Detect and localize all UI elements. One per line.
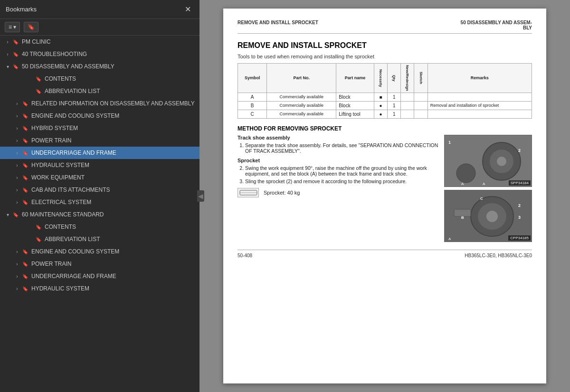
arrow-icon: › bbox=[4, 52, 11, 57]
tree-item-label: 40 TROUBLESHOOTING bbox=[22, 51, 196, 57]
bookmark-icon: 🔖 bbox=[11, 212, 20, 217]
resize-handle[interactable] bbox=[197, 0, 200, 392]
cell-partname: Block bbox=[336, 101, 374, 110]
tree-item-disassembly[interactable]: ▾🔖50 DISASSEMBLY AND ASSEMBLY bbox=[0, 60, 200, 73]
tree-item-electrical[interactable]: ›🔖ELECTRICAL SYSTEM bbox=[0, 196, 200, 208]
tree-item-label: 50 DISASSEMBLY AND ASSEMBLY bbox=[22, 63, 196, 70]
photo-2-label: CPP34185 bbox=[508, 235, 531, 241]
cell-qty: 1 bbox=[388, 110, 401, 118]
tools-table: Symbol Part No. Part name Necessity Qty … bbox=[238, 63, 532, 119]
cell-remarks bbox=[428, 110, 532, 118]
tree-item-contents-60[interactable]: 🔖CONTENTS bbox=[0, 221, 200, 233]
cell-remarks: Removal and installation of sprocket bbox=[428, 101, 532, 110]
tree-item-label: UNDERCARRIAGE AND FRAME bbox=[31, 149, 196, 156]
header-left: REMOVE AND INSTALL SPROCKET bbox=[238, 20, 318, 30]
track-shoe-title: Track shoe assembly bbox=[238, 135, 439, 140]
bookmark-icon: 🔖 bbox=[21, 175, 29, 180]
svg-text:2: 2 bbox=[518, 203, 521, 208]
arrow-icon: › bbox=[13, 187, 21, 193]
photo-1-label: SPP34184 bbox=[509, 180, 531, 186]
page-content: REMOVE AND INSTALL SPROCKET 50 DISASSEMB… bbox=[223, 9, 546, 383]
cell-qty: 1 bbox=[388, 93, 401, 101]
bookmarks-tree[interactable]: ›🔖PM CLINIC›🔖40 TROUBLESHOOTING▾🔖50 DISA… bbox=[0, 36, 200, 392]
bookmark-icon: 🔖 bbox=[28, 24, 35, 30]
svg-text:2: 2 bbox=[518, 148, 521, 153]
arrow-icon: › bbox=[13, 113, 21, 119]
arrow-icon: › bbox=[13, 150, 21, 156]
bookmark-icon-button[interactable]: 🔖 bbox=[24, 22, 38, 32]
bookmark-icon: 🔖 bbox=[34, 224, 43, 230]
cell-partno: Commercially available bbox=[267, 101, 336, 110]
sprocket-section-title: Sprocket bbox=[238, 158, 439, 163]
tree-item-cab[interactable]: ›🔖CAB AND ITS ATTACHMENTS bbox=[0, 184, 200, 196]
bookmark-icon: 🔖 bbox=[21, 163, 29, 168]
bookmark-icon: 🔖 bbox=[34, 237, 43, 242]
arrow-icon: › bbox=[13, 138, 21, 143]
svg-point-14 bbox=[486, 211, 498, 222]
tree-item-contents-50[interactable]: 🔖CONTENTS bbox=[0, 73, 200, 85]
page-footer: 50-408 HB365LC-3E0, HB365NLC-3E0 bbox=[238, 250, 532, 258]
page-number: 50-408 bbox=[238, 253, 252, 258]
tree-item-engine-60[interactable]: ›🔖ENGINE AND COOLING SYSTEM bbox=[0, 245, 200, 258]
tree-item-troubleshooting[interactable]: ›🔖40 TROUBLESHOOTING bbox=[0, 48, 200, 60]
tree-item-power-train-60[interactable]: ›🔖POWER TRAIN bbox=[0, 258, 200, 270]
tree-item-label: HYDRAULIC SYSTEM bbox=[31, 285, 196, 292]
method-title: METHOD FOR REMOVING SPROCKET bbox=[238, 125, 532, 132]
sprocket-info: Sprocket: 40 kg bbox=[238, 188, 439, 197]
dropdown-arrow-icon: ▾ bbox=[13, 24, 16, 30]
numbered-list-2: Swing the work equipment 90°, raise the … bbox=[238, 165, 439, 184]
bookmark-icon: 🔖 bbox=[21, 126, 29, 131]
tree-item-undercarriage-60[interactable]: ›🔖UNDERCARRIAGE AND FRAME bbox=[0, 270, 200, 282]
content-text: Track shoe assembly Separate the track s… bbox=[238, 135, 439, 200]
col-symbol: Symbol bbox=[238, 64, 267, 93]
tree-item-work-equipment[interactable]: ›🔖WORK EQUIPMENT bbox=[0, 171, 200, 184]
table-row: C Commercially available Lifting tool ● … bbox=[238, 110, 532, 118]
tree-item-hydraulic[interactable]: ›🔖HYDRAULIC SYSTEM bbox=[0, 159, 200, 171]
view-icon: ≡ bbox=[9, 24, 12, 30]
col-remarks: Remarks bbox=[428, 64, 532, 93]
tree-item-hybrid[interactable]: ›🔖HYBRID SYSTEM bbox=[0, 122, 200, 134]
col-necessity: Necessity bbox=[374, 64, 387, 93]
cell-partno: Commercially available bbox=[267, 93, 336, 101]
bookmark-icon: 🔖 bbox=[11, 39, 20, 45]
bookmark-icon: 🔖 bbox=[21, 187, 29, 193]
arrow-icon: › bbox=[13, 175, 21, 180]
arrow-icon: › bbox=[13, 249, 21, 254]
cell-sketch bbox=[414, 110, 428, 118]
tree-item-label: WORK EQUIPMENT bbox=[31, 174, 196, 181]
tree-item-label: CAB AND ITS ATTACHMENTS bbox=[31, 187, 196, 193]
tree-item-power-train[interactable]: ›🔖POWER TRAIN bbox=[0, 134, 200, 147]
tree-item-label: POWER TRAIN bbox=[31, 137, 196, 144]
arrow-icon: › bbox=[13, 163, 21, 168]
view-button[interactable]: ≡ ▾ bbox=[5, 22, 20, 32]
col-newredesign: New/Redesign bbox=[401, 64, 414, 93]
svg-text:A: A bbox=[461, 182, 464, 186]
toolbar-row: ≡ ▾ 🔖 bbox=[0, 19, 200, 36]
col-partname: Part name bbox=[336, 64, 374, 93]
bookmark-icon: 🔖 bbox=[34, 89, 43, 94]
tree-item-engine-cooling[interactable]: ›🔖ENGINE AND COOLING SYSTEM bbox=[0, 110, 200, 122]
tree-item-label: ENGINE AND COOLING SYSTEM bbox=[31, 248, 196, 255]
tree-item-pm-clinic[interactable]: ›🔖PM CLINIC bbox=[0, 36, 200, 48]
tree-item-abbrev-50[interactable]: 🔖ABBREVIATION LIST bbox=[0, 85, 200, 97]
tree-item-label: RELATED INFORMATION ON DISASSEMBLY AND A… bbox=[31, 100, 196, 107]
cell-symbol: A bbox=[238, 93, 267, 101]
sprocket-label: Sprocket: bbox=[264, 190, 285, 196]
arrow-icon: › bbox=[13, 286, 21, 291]
tree-item-maintenance[interactable]: ▾🔖60 MAINTENANCE STANDARD bbox=[0, 208, 200, 221]
bookmark-icon: 🔖 bbox=[11, 64, 20, 69]
close-button[interactable]: ✕ bbox=[182, 4, 194, 15]
tree-item-undercarriage[interactable]: ›🔖UNDERCARRIAGE AND FRAME bbox=[0, 147, 200, 159]
photo-1: 1 2 A A SPP34184 bbox=[444, 135, 532, 187]
tree-item-abbrev-60[interactable]: 🔖ABBREVIATION LIST bbox=[0, 233, 200, 245]
sprocket-weight: 40 kg bbox=[287, 190, 300, 196]
photo-2-image: 2 3 B C A bbox=[445, 190, 532, 242]
svg-text:A: A bbox=[448, 237, 451, 241]
tree-item-hydraulic-60[interactable]: ›🔖HYDRAULIC SYSTEM bbox=[0, 282, 200, 295]
content-with-images: Track shoe assembly Separate the track s… bbox=[238, 135, 532, 242]
bookmark-icon: 🔖 bbox=[21, 101, 29, 106]
tree-item-related-info[interactable]: ›🔖RELATED INFORMATION ON DISASSEMBLY AND… bbox=[0, 97, 200, 110]
images-column: 1 2 A A SPP34184 bbox=[444, 135, 532, 242]
table-row: A Commercially available Block ■ 1 bbox=[238, 93, 532, 101]
cell-sketch bbox=[414, 101, 428, 110]
